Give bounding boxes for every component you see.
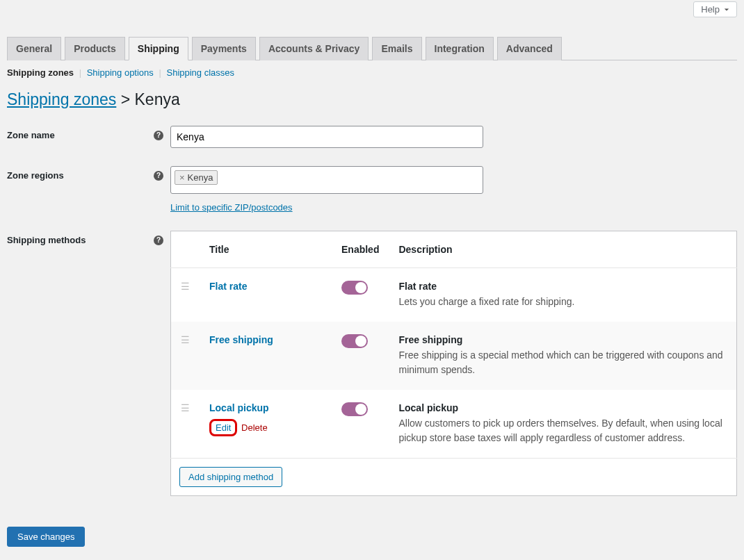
help-icon[interactable]: ? — [154, 131, 163, 140]
method-desc-body: Lets you charge a fixed rate for shippin… — [398, 295, 727, 309]
label-zone-name: Zone name — [7, 130, 55, 140]
region-chip-label: Kenya — [188, 172, 213, 183]
subtab-zones[interactable]: Shipping zones — [7, 67, 74, 78]
method-desc-head: Free shipping — [398, 334, 462, 345]
zone-regions-input[interactable]: × Kenya — [170, 166, 483, 194]
enabled-toggle[interactable] — [341, 402, 368, 416]
label-zone-regions: Zone regions — [7, 170, 64, 181]
add-shipping-method-button[interactable]: Add shipping method — [179, 467, 282, 487]
drag-handle-icon[interactable]: ☰ — [181, 334, 190, 345]
save-changes-button[interactable]: Save changes — [7, 527, 85, 547]
help-icon[interactable]: ? — [154, 171, 163, 181]
label-shipping-methods: Shipping methods — [7, 235, 86, 245]
table-row: ☰ Flat rate Flat rate Lets you charge a … — [171, 268, 737, 322]
limit-postcodes-link[interactable]: Limit to specific ZIP/postcodes — [170, 202, 293, 213]
method-title-link[interactable]: Flat rate — [209, 281, 247, 292]
method-desc-body: Free shipping is a special method which … — [398, 348, 727, 377]
method-title-link[interactable]: Free shipping — [209, 334, 273, 345]
subtab-nav: Shipping zones | Shipping options | Ship… — [7, 60, 737, 85]
help-dropdown[interactable]: Help — [693, 1, 737, 17]
tab-payments[interactable]: Payments — [192, 37, 256, 60]
col-enabled: Enabled — [332, 231, 389, 268]
zone-name-input[interactable] — [170, 126, 483, 148]
help-icon[interactable]: ? — [154, 236, 163, 245]
subtab-options[interactable]: Shipping options — [87, 67, 154, 78]
tab-advanced[interactable]: Advanced — [497, 37, 562, 60]
tab-products[interactable]: Products — [65, 37, 125, 60]
method-desc-body: Allow customers to pick up orders themse… — [398, 416, 727, 445]
edit-method-link[interactable]: Edit — [209, 419, 237, 436]
help-label: Help — [701, 4, 720, 15]
method-title-link[interactable]: Local pickup — [209, 402, 269, 413]
col-description: Description — [389, 231, 736, 268]
chevron-down-icon — [724, 7, 729, 13]
tab-shipping[interactable]: Shipping — [129, 37, 188, 60]
region-chip[interactable]: × Kenya — [175, 170, 218, 185]
tab-integration[interactable]: Integration — [426, 37, 494, 60]
enabled-toggle[interactable] — [341, 281, 368, 295]
breadcrumb: Shipping zones > Kenya — [7, 85, 737, 126]
enabled-toggle[interactable] — [341, 334, 368, 348]
subtab-classes[interactable]: Shipping classes — [166, 67, 234, 78]
breadcrumb-root[interactable]: Shipping zones — [7, 90, 116, 108]
tab-accounts-privacy[interactable]: Accounts & Privacy — [259, 37, 369, 60]
method-desc-head: Local pickup — [398, 402, 458, 413]
breadcrumb-leaf: Kenya — [135, 90, 180, 108]
method-desc-head: Flat rate — [398, 281, 436, 292]
table-row: ☰ Free shipping Free shipping Free shipp… — [171, 322, 737, 390]
drag-handle-icon[interactable]: ☰ — [181, 281, 190, 292]
table-row: ☰ Local pickup Edit Delete Local pickup … — [171, 390, 737, 459]
tab-general[interactable]: General — [7, 37, 61, 60]
settings-tabs: General Products Shipping Payments Accou… — [7, 37, 737, 60]
tab-emails[interactable]: Emails — [372, 37, 421, 60]
breadcrumb-sep: > — [121, 90, 130, 108]
col-title: Title — [200, 231, 332, 268]
shipping-methods-table: Title Enabled Description ☰ Flat rate Fl… — [170, 231, 737, 496]
drag-handle-icon[interactable]: ☰ — [181, 402, 190, 413]
delete-method-link[interactable]: Delete — [241, 422, 268, 433]
remove-region-icon[interactable]: × — [179, 172, 185, 183]
